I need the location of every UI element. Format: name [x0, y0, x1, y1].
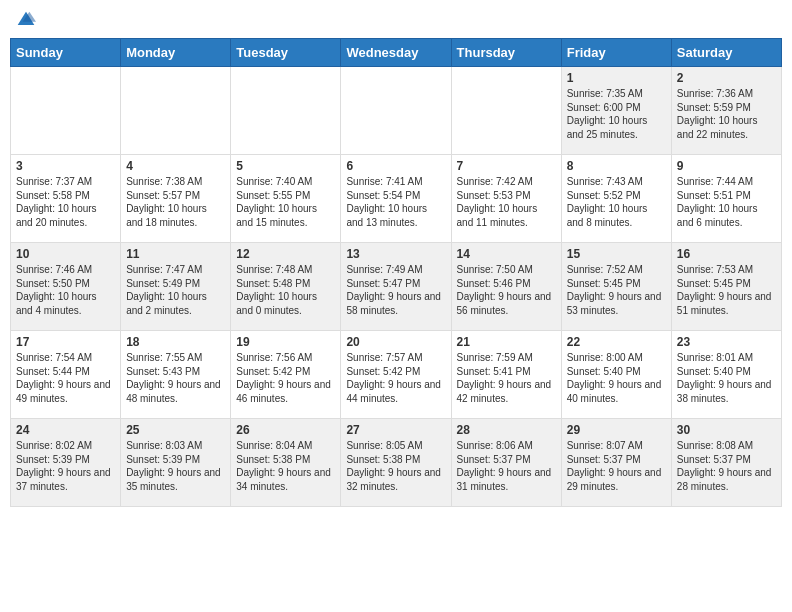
day-number: 11	[126, 247, 225, 261]
day-number: 3	[16, 159, 115, 173]
page-header	[10, 10, 782, 30]
day-number: 29	[567, 423, 666, 437]
calendar-cell: 19Sunrise: 7:56 AM Sunset: 5:42 PM Dayli…	[231, 331, 341, 419]
day-info: Sunrise: 7:42 AM Sunset: 5:53 PM Dayligh…	[457, 175, 556, 229]
day-number: 17	[16, 335, 115, 349]
day-info: Sunrise: 7:35 AM Sunset: 6:00 PM Dayligh…	[567, 87, 666, 141]
day-info: Sunrise: 7:49 AM Sunset: 5:47 PM Dayligh…	[346, 263, 445, 317]
day-header-monday: Monday	[121, 39, 231, 67]
calendar-cell: 11Sunrise: 7:47 AM Sunset: 5:49 PM Dayli…	[121, 243, 231, 331]
day-info: Sunrise: 7:48 AM Sunset: 5:48 PM Dayligh…	[236, 263, 335, 317]
day-number: 15	[567, 247, 666, 261]
day-number: 26	[236, 423, 335, 437]
calendar-cell	[341, 67, 451, 155]
calendar-header-row: SundayMondayTuesdayWednesdayThursdayFrid…	[11, 39, 782, 67]
day-number: 2	[677, 71, 776, 85]
calendar-cell: 10Sunrise: 7:46 AM Sunset: 5:50 PM Dayli…	[11, 243, 121, 331]
day-info: Sunrise: 7:54 AM Sunset: 5:44 PM Dayligh…	[16, 351, 115, 405]
logo-icon	[16, 10, 36, 30]
calendar-cell: 29Sunrise: 8:07 AM Sunset: 5:37 PM Dayli…	[561, 419, 671, 507]
day-info: Sunrise: 8:06 AM Sunset: 5:37 PM Dayligh…	[457, 439, 556, 493]
calendar-table: SundayMondayTuesdayWednesdayThursdayFrid…	[10, 38, 782, 507]
day-number: 25	[126, 423, 225, 437]
day-number: 8	[567, 159, 666, 173]
day-info: Sunrise: 7:43 AM Sunset: 5:52 PM Dayligh…	[567, 175, 666, 229]
day-number: 7	[457, 159, 556, 173]
calendar-cell: 2Sunrise: 7:36 AM Sunset: 5:59 PM Daylig…	[671, 67, 781, 155]
day-info: Sunrise: 8:04 AM Sunset: 5:38 PM Dayligh…	[236, 439, 335, 493]
calendar-cell: 14Sunrise: 7:50 AM Sunset: 5:46 PM Dayli…	[451, 243, 561, 331]
day-number: 16	[677, 247, 776, 261]
day-info: Sunrise: 8:02 AM Sunset: 5:39 PM Dayligh…	[16, 439, 115, 493]
day-info: Sunrise: 7:50 AM Sunset: 5:46 PM Dayligh…	[457, 263, 556, 317]
day-info: Sunrise: 7:47 AM Sunset: 5:49 PM Dayligh…	[126, 263, 225, 317]
calendar-cell: 7Sunrise: 7:42 AM Sunset: 5:53 PM Daylig…	[451, 155, 561, 243]
calendar-cell: 13Sunrise: 7:49 AM Sunset: 5:47 PM Dayli…	[341, 243, 451, 331]
calendar-cell: 17Sunrise: 7:54 AM Sunset: 5:44 PM Dayli…	[11, 331, 121, 419]
day-number: 9	[677, 159, 776, 173]
day-number: 24	[16, 423, 115, 437]
day-number: 14	[457, 247, 556, 261]
day-info: Sunrise: 8:07 AM Sunset: 5:37 PM Dayligh…	[567, 439, 666, 493]
calendar-cell: 20Sunrise: 7:57 AM Sunset: 5:42 PM Dayli…	[341, 331, 451, 419]
day-info: Sunrise: 7:37 AM Sunset: 5:58 PM Dayligh…	[16, 175, 115, 229]
calendar-cell	[121, 67, 231, 155]
calendar-week-row: 17Sunrise: 7:54 AM Sunset: 5:44 PM Dayli…	[11, 331, 782, 419]
calendar-cell: 22Sunrise: 8:00 AM Sunset: 5:40 PM Dayli…	[561, 331, 671, 419]
day-info: Sunrise: 7:44 AM Sunset: 5:51 PM Dayligh…	[677, 175, 776, 229]
day-info: Sunrise: 8:01 AM Sunset: 5:40 PM Dayligh…	[677, 351, 776, 405]
day-number: 1	[567, 71, 666, 85]
calendar-week-row: 3Sunrise: 7:37 AM Sunset: 5:58 PM Daylig…	[11, 155, 782, 243]
calendar-cell	[451, 67, 561, 155]
day-number: 13	[346, 247, 445, 261]
day-info: Sunrise: 7:38 AM Sunset: 5:57 PM Dayligh…	[126, 175, 225, 229]
day-number: 10	[16, 247, 115, 261]
day-number: 28	[457, 423, 556, 437]
day-info: Sunrise: 7:52 AM Sunset: 5:45 PM Dayligh…	[567, 263, 666, 317]
calendar-cell: 26Sunrise: 8:04 AM Sunset: 5:38 PM Dayli…	[231, 419, 341, 507]
calendar-cell: 27Sunrise: 8:05 AM Sunset: 5:38 PM Dayli…	[341, 419, 451, 507]
day-number: 12	[236, 247, 335, 261]
calendar-cell: 5Sunrise: 7:40 AM Sunset: 5:55 PM Daylig…	[231, 155, 341, 243]
calendar-cell: 28Sunrise: 8:06 AM Sunset: 5:37 PM Dayli…	[451, 419, 561, 507]
calendar-cell: 30Sunrise: 8:08 AM Sunset: 5:37 PM Dayli…	[671, 419, 781, 507]
day-info: Sunrise: 7:40 AM Sunset: 5:55 PM Dayligh…	[236, 175, 335, 229]
calendar-cell: 9Sunrise: 7:44 AM Sunset: 5:51 PM Daylig…	[671, 155, 781, 243]
day-number: 6	[346, 159, 445, 173]
calendar-cell: 23Sunrise: 8:01 AM Sunset: 5:40 PM Dayli…	[671, 331, 781, 419]
logo	[14, 10, 36, 30]
day-number: 19	[236, 335, 335, 349]
day-info: Sunrise: 7:55 AM Sunset: 5:43 PM Dayligh…	[126, 351, 225, 405]
day-number: 22	[567, 335, 666, 349]
day-info: Sunrise: 7:57 AM Sunset: 5:42 PM Dayligh…	[346, 351, 445, 405]
calendar-week-row: 24Sunrise: 8:02 AM Sunset: 5:39 PM Dayli…	[11, 419, 782, 507]
calendar-cell	[231, 67, 341, 155]
day-number: 18	[126, 335, 225, 349]
day-header-friday: Friday	[561, 39, 671, 67]
day-info: Sunrise: 7:41 AM Sunset: 5:54 PM Dayligh…	[346, 175, 445, 229]
day-info: Sunrise: 7:59 AM Sunset: 5:41 PM Dayligh…	[457, 351, 556, 405]
day-info: Sunrise: 8:05 AM Sunset: 5:38 PM Dayligh…	[346, 439, 445, 493]
day-header-sunday: Sunday	[11, 39, 121, 67]
day-header-thursday: Thursday	[451, 39, 561, 67]
calendar-cell: 3Sunrise: 7:37 AM Sunset: 5:58 PM Daylig…	[11, 155, 121, 243]
day-info: Sunrise: 8:03 AM Sunset: 5:39 PM Dayligh…	[126, 439, 225, 493]
day-info: Sunrise: 7:56 AM Sunset: 5:42 PM Dayligh…	[236, 351, 335, 405]
day-number: 23	[677, 335, 776, 349]
calendar-cell: 12Sunrise: 7:48 AM Sunset: 5:48 PM Dayli…	[231, 243, 341, 331]
calendar-cell: 21Sunrise: 7:59 AM Sunset: 5:41 PM Dayli…	[451, 331, 561, 419]
calendar-cell: 8Sunrise: 7:43 AM Sunset: 5:52 PM Daylig…	[561, 155, 671, 243]
day-info: Sunrise: 7:46 AM Sunset: 5:50 PM Dayligh…	[16, 263, 115, 317]
day-number: 4	[126, 159, 225, 173]
calendar-cell: 6Sunrise: 7:41 AM Sunset: 5:54 PM Daylig…	[341, 155, 451, 243]
calendar-cell: 15Sunrise: 7:52 AM Sunset: 5:45 PM Dayli…	[561, 243, 671, 331]
day-number: 21	[457, 335, 556, 349]
calendar-cell: 18Sunrise: 7:55 AM Sunset: 5:43 PM Dayli…	[121, 331, 231, 419]
calendar-week-row: 1Sunrise: 7:35 AM Sunset: 6:00 PM Daylig…	[11, 67, 782, 155]
calendar-cell: 4Sunrise: 7:38 AM Sunset: 5:57 PM Daylig…	[121, 155, 231, 243]
day-number: 20	[346, 335, 445, 349]
day-number: 27	[346, 423, 445, 437]
calendar-cell: 24Sunrise: 8:02 AM Sunset: 5:39 PM Dayli…	[11, 419, 121, 507]
day-header-tuesday: Tuesday	[231, 39, 341, 67]
day-info: Sunrise: 7:53 AM Sunset: 5:45 PM Dayligh…	[677, 263, 776, 317]
